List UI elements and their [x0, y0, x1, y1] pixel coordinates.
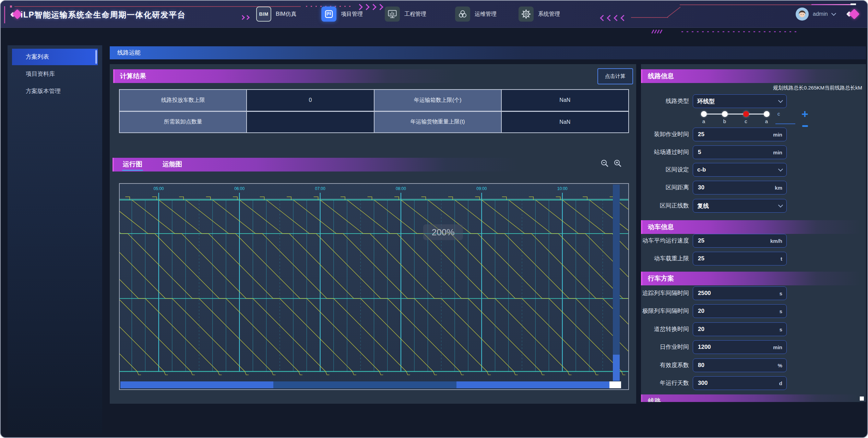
tracking-interval-input[interactable]: [697, 289, 780, 297]
avg-speed-box[interactable]: km/h: [693, 234, 787, 248]
field-row: 装卸作业时间 min: [641, 128, 866, 141]
field-label: 区间设定: [641, 163, 689, 177]
calculate-button[interactable]: 点击计算: [597, 68, 633, 84]
section-setting-select[interactable]: c-b: [693, 163, 787, 177]
remove-station-button[interactable]: [802, 125, 808, 127]
field-label: 年运行天数: [641, 376, 689, 390]
line-info-panel: 线路信息 规划线路总长0.265KM当前线路总长kM 线路类型 环线型 a b …: [641, 64, 866, 402]
section-distance-input[interactable]: [697, 184, 775, 191]
tab-operation-diagram[interactable]: 运行图: [123, 158, 142, 171]
availability-factor-box[interactable]: %: [693, 358, 787, 372]
nav-item-engineering[interactable]: 工程管理: [385, 1, 426, 27]
side-station-underline-input[interactable]: [775, 123, 795, 124]
loading-time-box[interactable]: min: [693, 128, 787, 141]
result-value: 0: [247, 90, 373, 111]
h-scrollbar-segment[interactable]: [120, 381, 273, 388]
v-scrollbar-thumb[interactable]: [613, 355, 620, 381]
svg-text:06:00: 06:00: [234, 186, 245, 191]
engineering-icon: [385, 7, 400, 22]
station-pass-time-input[interactable]: [697, 149, 773, 156]
nav-item-project[interactable]: 项目管理: [321, 1, 363, 27]
deco-arrows-left-icon: [601, 16, 626, 20]
panel-scroll-indicator[interactable]: [860, 396, 864, 401]
avg-speed-input[interactable]: [697, 237, 770, 245]
station-dot-a2[interactable]: [764, 111, 770, 117]
field-label: 装卸作业时间: [641, 128, 689, 141]
load-limit-input[interactable]: [697, 255, 781, 262]
sidebar-item-scheme-list[interactable]: 方案列表: [12, 49, 98, 65]
deco-line-diagonal: [667, 7, 680, 17]
chevron-down-icon: [778, 167, 783, 171]
load-limit-box[interactable]: t: [693, 252, 787, 265]
svg-text:10:00: 10:00: [557, 186, 568, 191]
zoom-out-icon[interactable]: [600, 159, 609, 168]
deco-subheader-slashes-icon: [652, 29, 662, 34]
scrollbar-corner[interactable]: [609, 381, 621, 388]
deco-subheader-dots: [681, 31, 800, 32]
line-type-row: 线路类型 环线型: [641, 94, 866, 108]
sidebar: 方案列表 项目资料库 方案版本管理: [8, 45, 102, 434]
chevron-down-icon: [778, 98, 783, 103]
field-row: 日作业时间 min: [641, 340, 866, 354]
field-unit: min: [773, 150, 782, 155]
tracking-interval-box[interactable]: s: [693, 286, 787, 300]
daily-work-time-input[interactable]: [697, 343, 773, 351]
svg-text:08:00: 08:00: [396, 186, 406, 191]
chevron-down-icon: [778, 203, 783, 208]
limit-interval-box[interactable]: s: [693, 304, 787, 318]
nav-item-system[interactable]: 系统管理: [519, 1, 560, 27]
user-menu[interactable]: admin: [796, 1, 835, 27]
deco-small-arrows-icon: [241, 16, 249, 19]
daily-work-time-box[interactable]: min: [693, 340, 787, 354]
field-label: 区间正线数: [641, 199, 689, 213]
add-station-button[interactable]: +: [801, 108, 808, 120]
nav-item-bim[interactable]: BIM BIM仿真: [256, 1, 296, 27]
station-dot-c-selected[interactable]: [743, 111, 749, 117]
app-title: iLP智能运输系统全生命周期一体化研发平台: [21, 10, 186, 20]
h-scrollbar-segment[interactable]: [456, 381, 609, 388]
sidebar-item-project-library[interactable]: 项目资料库: [12, 66, 98, 82]
svg-text:09:00: 09:00: [476, 186, 487, 191]
station-label: a: [700, 118, 707, 124]
nav-item-operations[interactable]: 运维管理: [455, 1, 497, 27]
line-type-select[interactable]: 环线型: [693, 94, 787, 108]
section-distance-box[interactable]: km: [693, 181, 787, 194]
switch-time-box[interactable]: s: [693, 322, 787, 336]
field-row: 道岔转换时间 s: [641, 322, 866, 336]
deco-square: [10, 5, 12, 8]
station-pass-time-box[interactable]: min: [693, 145, 787, 159]
results-table: 线路投放车数上限 0 年运输箱数上限(个) NaN 所需装卸点数量 年运输货物重…: [119, 89, 629, 133]
annual-days-input[interactable]: [697, 379, 779, 387]
station-label: c: [742, 118, 749, 124]
field-label: 动车载重上限: [641, 252, 689, 265]
sidebar-item-version-management[interactable]: 方案版本管理: [12, 83, 98, 99]
switch-time-input[interactable]: [697, 325, 780, 333]
field-label: 动车平均运行速度: [641, 234, 689, 248]
loading-time-input[interactable]: [697, 131, 773, 138]
h-scrollbar-track[interactable]: [273, 381, 456, 388]
v-scrollbar-track[interactable]: [613, 185, 620, 381]
field-row: 动车载重上限 t: [641, 252, 866, 265]
limit-interval-input[interactable]: [697, 307, 780, 315]
availability-factor-input[interactable]: [697, 362, 778, 369]
field-row: 有效度系数 %: [641, 358, 866, 372]
zoom-in-icon[interactable]: [613, 159, 622, 168]
deco-white-tip: [851, 3, 856, 5]
field-label: 追踪列车间隔时间: [641, 286, 689, 300]
station-dot-a1[interactable]: [701, 111, 707, 117]
project-icon: [321, 7, 336, 22]
field-unit: s: [780, 291, 782, 296]
station-dot-b[interactable]: [722, 111, 728, 117]
track-count-select[interactable]: 复线: [693, 199, 787, 213]
train-diagram-chart: 05:0006:0007:0008:0009:0010:00 200%: [119, 183, 629, 390]
tab-capacity-diagram[interactable]: 运能图: [163, 158, 182, 171]
result-label: 所需装卸点数量: [120, 112, 246, 133]
field-row: 极限列车间隔时间 s: [641, 304, 866, 318]
station-label: a: [763, 118, 770, 124]
diagram-tabbar: 运行图 运能图: [112, 158, 519, 171]
nav-label: 项目管理: [341, 11, 363, 18]
chevron-down-icon: [831, 11, 836, 16]
field-label: 日作业时间: [641, 340, 689, 354]
deco-line-b: [680, 4, 812, 5]
annual-days-box[interactable]: d: [693, 376, 787, 390]
